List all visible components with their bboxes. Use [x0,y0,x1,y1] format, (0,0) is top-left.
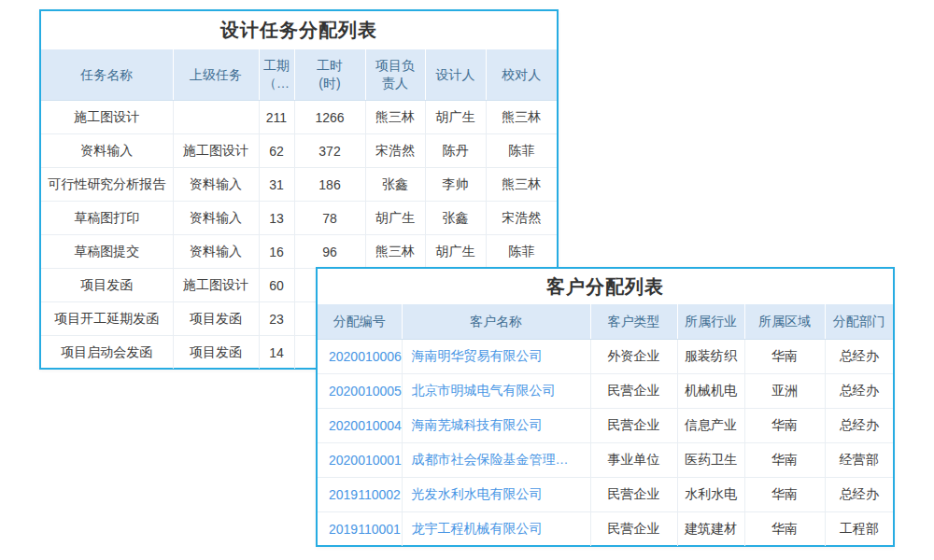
customer-cell-type: 外资企业 [590,340,677,374]
customer-name-link[interactable]: 龙宇工程机械有限公司 [402,512,590,547]
task-cell-name: 资料输入 [41,134,173,168]
customer-cell-type: 民营企业 [590,374,677,409]
task-cell-hours: 372 [294,134,365,168]
customer-cell-type: 事业单位 [590,443,677,478]
task-cell-name: 草稿图提交 [41,235,173,269]
task-cell-duration: 16 [259,235,294,269]
customer-name-link[interactable]: 成都市社会保险基金管理… [402,443,590,478]
task-table-row[interactable]: 施工图设计 211 1266 熊三林 胡广生 熊三林 [41,101,557,134]
customer-col-header-dept: 分配部门 [825,304,893,340]
customer-table-card: 客户分配列表 分配编号 客户名称 客户类型 所属行业 所属区域 分配部门 202… [316,267,895,547]
customer-cell-dept: 总经办 [825,340,893,374]
task-cell-duration: 31 [259,168,294,202]
task-table-row[interactable]: 可行性研究分析报告 资料输入 31 186 张鑫 李帅 熊三林 [41,168,557,202]
customer-cell-dept: 总经办 [825,478,893,512]
task-cell-duration: 14 [259,336,294,370]
task-cell-designer: 胡广生 [425,235,486,269]
customer-cell-dept: 总经办 [825,409,893,443]
customer-cell-dept: 经营部 [825,443,893,478]
page: 设计任务分配列表 任务名称 上级任务 工期 （… 工时 (时) 项目负 责人 设… [0,0,934,560]
customer-cell-region: 华南 [744,409,825,443]
task-cell-designer: 陈丹 [425,134,486,168]
task-table-row[interactable]: 资料输入 施工图设计 62 372 宋浩然 陈丹 陈菲 [41,134,557,168]
task-cell-hours: 96 [294,235,365,269]
task-cell-name: 项目发函 [41,269,173,302]
customer-id-link[interactable]: 2020010001 [318,443,402,478]
customer-cell-dept: 总经办 [825,374,893,409]
task-cell-duration: 62 [259,134,294,168]
task-cell-designer: 张鑫 [425,202,486,235]
task-cell-name: 草稿图打印 [41,202,173,235]
task-cell-parent: 资料输入 [173,168,259,202]
task-cell-hours: 1266 [294,101,365,134]
task-cell-proofreader: 熊三林 [486,168,557,202]
customer-cell-industry: 机械机电 [677,374,744,409]
task-table-row[interactable]: 草稿图提交 资料输入 16 96 熊三林 胡广生 陈菲 [41,235,557,269]
task-cell-parent: 项目发函 [173,302,259,336]
task-cell-manager: 宋浩然 [365,134,425,168]
customer-cell-type: 民营企业 [590,409,677,443]
customer-table-row[interactable]: 2019110001 龙宇工程机械有限公司 民营企业 建筑建材 华南 工程部 [318,512,893,547]
task-col-header-duration: 工期 （… [259,49,294,101]
customer-table-header-row: 分配编号 客户名称 客户类型 所属行业 所属区域 分配部门 [318,304,893,340]
task-cell-proofreader: 陈菲 [486,134,557,168]
task-cell-parent: 项目发函 [173,336,259,370]
task-cell-duration: 211 [259,101,294,134]
task-cell-duration: 13 [259,202,294,235]
task-cell-duration: 23 [259,302,294,336]
customer-cell-dept: 工程部 [825,512,893,547]
customer-col-header-id: 分配编号 [318,304,402,340]
task-col-header-parent: 上级任务 [173,49,259,101]
task-cell-hours: 78 [294,202,365,235]
customer-cell-industry: 信息产业 [677,409,744,443]
customer-table-row[interactable]: 2020010004 海南芜城科技有限公司 民营企业 信息产业 华南 总经办 [318,409,893,443]
task-cell-name: 项目启动会发函 [41,336,173,370]
task-cell-proofreader: 熊三林 [486,101,557,134]
task-col-header-manager: 项目负 责人 [365,49,425,101]
task-cell-name: 项目开工延期发函 [41,302,173,336]
customer-name-link[interactable]: 海南明华贸易有限公司 [402,340,590,374]
customer-col-header-region: 所属区域 [744,304,825,340]
task-cell-manager: 熊三林 [365,235,425,269]
customer-cell-industry: 水利水电 [677,478,744,512]
task-cell-manager: 张鑫 [365,168,425,202]
customer-table: 分配编号 客户名称 客户类型 所属行业 所属区域 分配部门 2020010006… [318,304,893,546]
task-cell-name: 可行性研究分析报告 [41,168,173,202]
task-table-header-row: 任务名称 上级任务 工期 （… 工时 (时) 项目负 责人 设计人 校对人 [41,49,557,101]
task-cell-proofreader: 陈菲 [486,235,557,269]
task-cell-manager: 胡广生 [365,202,425,235]
customer-table-row[interactable]: 2020010005 北京市明城电气有限公司 民营企业 机械机电 亚洲 总经办 [318,374,893,409]
customer-table-title: 客户分配列表 [318,269,893,304]
customer-name-link[interactable]: 光发水利水电有限公司 [402,478,590,512]
task-cell-name: 施工图设计 [41,101,173,134]
task-col-header-hours: 工时 (时) [294,49,365,101]
customer-table-row[interactable]: 2020010006 海南明华贸易有限公司 外资企业 服装纺织 华南 总经办 [318,340,893,374]
task-cell-manager: 熊三林 [365,101,425,134]
task-cell-hours: 186 [294,168,365,202]
customer-id-link[interactable]: 2019110002 [318,478,402,512]
customer-table-row[interactable]: 2020010001 成都市社会保险基金管理… 事业单位 医药卫生 华南 经营部 [318,443,893,478]
customer-id-link[interactable]: 2019110001 [318,512,402,547]
task-cell-designer: 李帅 [425,168,486,202]
customer-col-header-industry: 所属行业 [677,304,744,340]
customer-cell-region: 华南 [744,512,825,547]
task-cell-proofreader: 宋浩然 [486,202,557,235]
customer-cell-type: 民营企业 [590,478,677,512]
task-cell-parent: 施工图设计 [173,134,259,168]
task-table-row[interactable]: 草稿图打印 资料输入 13 78 胡广生 张鑫 宋浩然 [41,202,557,235]
task-cell-parent [173,101,259,134]
customer-id-link[interactable]: 2020010006 [318,340,402,374]
task-cell-duration: 60 [259,269,294,302]
task-col-header-designer: 设计人 [425,49,486,101]
customer-name-link[interactable]: 海南芜城科技有限公司 [402,409,590,443]
customer-id-link[interactable]: 2020010004 [318,409,402,443]
task-col-header-name: 任务名称 [41,49,173,101]
customer-cell-region: 华南 [744,478,825,512]
customer-id-link[interactable]: 2020010005 [318,374,402,409]
task-table-title: 设计任务分配列表 [41,11,557,49]
customer-col-header-type: 客户类型 [590,304,677,340]
customer-name-link[interactable]: 北京市明城电气有限公司 [402,374,590,409]
task-cell-parent: 施工图设计 [173,269,259,302]
customer-table-row[interactable]: 2019110002 光发水利水电有限公司 民营企业 水利水电 华南 总经办 [318,478,893,512]
task-cell-parent: 资料输入 [173,202,259,235]
